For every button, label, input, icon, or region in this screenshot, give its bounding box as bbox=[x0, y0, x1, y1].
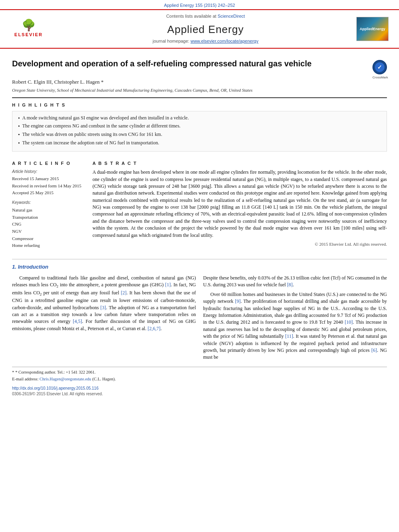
crossmark-icon[interactable]: ✓ bbox=[372, 60, 387, 74]
highlight-item-3: • The vehicle was driven on public stree… bbox=[18, 131, 381, 138]
abstract-col: A B S T R A C T A dual-mode engine has b… bbox=[93, 156, 387, 253]
elsevier-tree-icon: 🌳 bbox=[22, 20, 36, 31]
highlight-item-1: • A mode switching natural gas SI engine… bbox=[18, 115, 381, 122]
highlight-text-3: The vehicle was driven on public streets… bbox=[22, 131, 162, 138]
highlight-text-1: A mode switching natural gas SI engine w… bbox=[22, 115, 189, 121]
issn-line: 0306-2619/© 2015 Elsevier Ltd. All right… bbox=[12, 391, 387, 397]
highlight-item-4: • The system can increase the adoption r… bbox=[18, 140, 381, 147]
keyword-1: Natural gas bbox=[12, 207, 84, 214]
section-divider bbox=[12, 259, 387, 259]
journal-homepage-line: journal homepage: www.elsevier.com/locat… bbox=[59, 38, 352, 44]
history-label: Article history: bbox=[12, 169, 84, 175]
corresponding-author-note: * Corresponding author. Tel.: +1 541 322… bbox=[15, 370, 96, 374]
homepage-url[interactable]: www.elsevier.com/locate/apenergy bbox=[191, 39, 259, 43]
intro-number: 1. bbox=[12, 264, 18, 270]
intro-title-text: Introduction bbox=[18, 264, 48, 270]
highlights-box: • A mode switching natural gas SI engine… bbox=[12, 111, 387, 152]
ref-9[interactable]: [9] bbox=[235, 298, 241, 304]
email-label: E-mail address: bbox=[12, 377, 39, 381]
bullet-2: • bbox=[18, 123, 20, 130]
ref-10[interactable]: [10] bbox=[345, 319, 353, 325]
accepted-date: Accepted 25 May 2015 bbox=[12, 190, 84, 196]
keyword-3: CNG bbox=[12, 221, 84, 228]
email-suffix: (C.L. Hagen). bbox=[93, 377, 116, 381]
bullet-4: • bbox=[18, 140, 20, 147]
authors-line: Robert C. Elgin III, Christopher L. Hage… bbox=[12, 78, 387, 86]
ref-4-5[interactable]: [4,5] bbox=[73, 318, 82, 324]
intro-right-text: Despite these benefits, only 0.03% of th… bbox=[203, 275, 387, 361]
bullet-1: • bbox=[18, 115, 20, 122]
journal-header-right: AppliedEnergy bbox=[352, 17, 393, 41]
ref-2[interactable]: [2] bbox=[121, 290, 126, 296]
introduction-body: Compared to traditional fuels like gasol… bbox=[12, 275, 387, 364]
intro-left-text: Compared to traditional fuels like gasol… bbox=[12, 275, 196, 332]
journal-header: 🌳 ELSEVIER Contents lists available at S… bbox=[0, 9, 399, 48]
ref-1[interactable]: [1] bbox=[165, 282, 171, 288]
keywords-list: Natural gas Transportation CNG NGV Compr… bbox=[12, 207, 84, 249]
ref-8[interactable]: [8] bbox=[287, 282, 293, 288]
abstract-paragraph: A dual-mode engine has been developed wh… bbox=[93, 169, 387, 239]
article-title-section: Development and operation of a self-refu… bbox=[12, 58, 387, 74]
article-info-heading: A R T I C L E I N F O bbox=[12, 160, 84, 166]
email-link[interactable]: Chris.Hagen@oregonstate.edu bbox=[39, 377, 91, 381]
crossmark-label: CrossMark bbox=[372, 75, 387, 80]
intro-right-para-1: Despite these benefits, only 0.03% of th… bbox=[203, 275, 387, 289]
title-divider bbox=[12, 97, 387, 98]
journal-title: Applied Energy bbox=[59, 22, 352, 37]
affiliation-line: Oregon State University, School of Mecha… bbox=[12, 87, 387, 93]
article-info-col: A R T I C L E I N F O Article history: R… bbox=[12, 156, 84, 253]
journal-citation: Applied Energy 155 (2015) 242–252 bbox=[164, 3, 235, 8]
intro-right-para-2: Over 60 million homes and businesses in … bbox=[203, 291, 387, 361]
footer-bar: http://dx.doi.org/10.1016/j.apenergy.201… bbox=[12, 386, 387, 397]
authors-text: Robert C. Elgin III, Christopher L. Hage… bbox=[12, 79, 103, 85]
intro-para-1: Compared to traditional fuels like gasol… bbox=[12, 275, 196, 332]
ref-2-6-7[interactable]: [2,6,7] bbox=[148, 326, 160, 331]
intro-left-col: Compared to traditional fuels like gasol… bbox=[12, 275, 196, 364]
journal-citation-bar: Applied Energy 155 (2015) 242–252 bbox=[0, 0, 399, 9]
keyword-5: Compressor bbox=[12, 235, 84, 242]
elsevier-label: ELSEVIER bbox=[14, 32, 43, 38]
science-direct-link[interactable]: ScienceDirect bbox=[218, 14, 245, 18]
ref-11[interactable]: [11] bbox=[285, 333, 293, 339]
main-content: Development and operation of a self-refu… bbox=[0, 49, 399, 401]
svg-text:✓: ✓ bbox=[377, 64, 382, 70]
received-date: Received 15 January 2015 bbox=[12, 176, 84, 182]
page: Applied Energy 155 (2015) 242–252 🌳 ELSE… bbox=[0, 0, 399, 532]
doi-link[interactable]: http://dx.doi.org/10.1016/j.apenergy.201… bbox=[12, 386, 99, 390]
ref-6[interactable]: [6] bbox=[371, 347, 377, 353]
article-title: Development and operation of a self-refu… bbox=[12, 58, 368, 69]
keywords-label: Keywords: bbox=[12, 200, 84, 205]
keyword-6: Home refueling bbox=[12, 242, 84, 249]
crossmark-svg: ✓ bbox=[372, 60, 387, 74]
highlight-item-2: • The engine can compress NG and combust… bbox=[18, 123, 381, 130]
abstract-heading: A B S T R A C T bbox=[93, 160, 387, 166]
homepage-label: journal homepage: bbox=[153, 39, 189, 43]
keywords-section: Keywords: Natural gas Transportation CNG… bbox=[12, 200, 84, 249]
article-info-abstract-section: A R T I C L E I N F O Article history: R… bbox=[12, 156, 387, 253]
star-footnote: * * Corresponding author. Tel.: +1 541 3… bbox=[12, 370, 387, 376]
star-symbol: * bbox=[12, 370, 14, 374]
elsevier-logo-area: 🌳 ELSEVIER bbox=[6, 18, 59, 40]
email-footnote: E-mail address: Chris.Hagen@oregonstate.… bbox=[12, 376, 387, 382]
journal-header-center: Contents lists available at ScienceDirec… bbox=[59, 13, 352, 44]
applied-energy-label: AppliedEnergy bbox=[360, 27, 385, 32]
highlight-text-2: The engine can compress NG and combust i… bbox=[22, 123, 181, 129]
revised-date: Received in revised form 14 May 2015 bbox=[12, 183, 84, 189]
elsevier-logo: 🌳 ELSEVIER bbox=[6, 18, 51, 40]
abstract-text: A dual-mode engine has been developed wh… bbox=[93, 169, 387, 239]
highlight-text-4: The system can increase the adoption rat… bbox=[22, 140, 159, 146]
contents-text: Contents lists available at bbox=[166, 14, 216, 18]
intro-right-col: Despite these benefits, only 0.03% of th… bbox=[203, 275, 387, 364]
science-direct-line: Contents lists available at ScienceDirec… bbox=[59, 13, 352, 19]
keyword-4: NGV bbox=[12, 228, 84, 235]
footnote-section: * * Corresponding author. Tel.: +1 541 3… bbox=[12, 367, 387, 397]
doi-line: http://dx.doi.org/10.1016/j.apenergy.201… bbox=[12, 386, 387, 391]
bullet-3: • bbox=[18, 131, 20, 138]
ref-3[interactable]: [3] bbox=[101, 305, 106, 310]
highlights-heading: H I G H L I G H T S bbox=[12, 102, 387, 108]
article-history: Article history: Received 15 January 201… bbox=[12, 169, 84, 196]
applied-energy-logo: AppliedEnergy bbox=[356, 17, 389, 41]
intro-section-title: 1. Introduction bbox=[12, 263, 387, 271]
crossmark-badge[interactable]: ✓ CrossMark bbox=[372, 60, 387, 74]
keyword-2: Transportation bbox=[12, 214, 84, 221]
